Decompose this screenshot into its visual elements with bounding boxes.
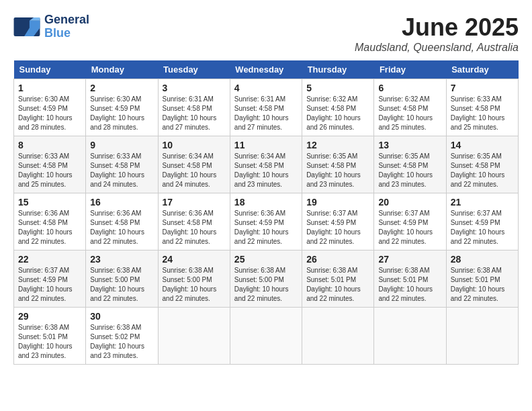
calendar-day-cell: 22Sunrise: 6:37 AM Sunset: 4:59 PM Dayli…	[14, 250, 86, 308]
header-wednesday: Wednesday	[230, 60, 302, 79]
calendar-day-cell: 25Sunrise: 6:38 AM Sunset: 5:00 PM Dayli…	[230, 250, 302, 308]
calendar-day-cell: 13Sunrise: 6:35 AM Sunset: 4:58 PM Dayli…	[374, 136, 446, 193]
calendar-day-cell: 12Sunrise: 6:35 AM Sunset: 4:58 PM Dayli…	[302, 136, 374, 193]
calendar-table: Sunday Monday Tuesday Wednesday Thursday…	[13, 60, 519, 365]
day-info: Sunrise: 6:32 AM Sunset: 4:58 PM Dayligh…	[306, 95, 369, 132]
calendar-day-cell: 8Sunrise: 6:33 AM Sunset: 4:58 PM Daylig…	[14, 136, 86, 193]
day-number: 21	[451, 197, 514, 208]
day-info: Sunrise: 6:33 AM Sunset: 4:58 PM Dayligh…	[90, 152, 153, 189]
header-thursday: Thursday	[302, 60, 374, 79]
location-subtitle: Maudsland, Queensland, Australia	[355, 42, 519, 54]
calendar-day-cell: 15Sunrise: 6:36 AM Sunset: 4:58 PM Dayli…	[14, 193, 86, 250]
calendar-day-cell: 17Sunrise: 6:36 AM Sunset: 4:58 PM Dayli…	[158, 193, 230, 250]
header-sunday: Sunday	[14, 60, 86, 79]
calendar-week-row: 1Sunrise: 6:30 AM Sunset: 4:59 PM Daylig…	[14, 79, 519, 136]
day-info: Sunrise: 6:36 AM Sunset: 4:58 PM Dayligh…	[163, 209, 226, 246]
day-number: 1	[18, 83, 81, 93]
calendar-day-cell	[302, 308, 374, 365]
calendar-day-cell: 28Sunrise: 6:38 AM Sunset: 5:01 PM Dayli…	[446, 250, 518, 308]
calendar-day-cell: 29Sunrise: 6:38 AM Sunset: 5:01 PM Dayli…	[14, 308, 86, 365]
day-number: 19	[306, 197, 369, 208]
day-info: Sunrise: 6:35 AM Sunset: 4:58 PM Dayligh…	[306, 152, 369, 189]
weekday-header-row: Sunday Monday Tuesday Wednesday Thursday…	[14, 60, 519, 79]
day-info: Sunrise: 6:31 AM Sunset: 4:58 PM Dayligh…	[234, 95, 298, 132]
logo-blue: Blue	[44, 27, 71, 40]
calendar-day-cell: 23Sunrise: 6:38 AM Sunset: 5:00 PM Dayli…	[86, 250, 158, 308]
day-number: 2	[90, 83, 153, 93]
day-info: Sunrise: 6:30 AM Sunset: 4:59 PM Dayligh…	[90, 95, 153, 132]
day-number: 16	[90, 197, 153, 208]
day-info: Sunrise: 6:37 AM Sunset: 4:59 PM Dayligh…	[306, 209, 369, 246]
day-info: Sunrise: 6:38 AM Sunset: 5:01 PM Dayligh…	[378, 266, 441, 304]
calendar-day-cell: 2Sunrise: 6:30 AM Sunset: 4:59 PM Daylig…	[86, 79, 158, 136]
day-number: 18	[234, 197, 298, 208]
day-number: 6	[378, 83, 441, 93]
page-header: General Blue June 2025 Maudsland, Queens…	[13, 13, 519, 54]
day-info: Sunrise: 6:36 AM Sunset: 4:58 PM Dayligh…	[90, 209, 153, 246]
day-number: 28	[451, 254, 514, 265]
calendar-day-cell: 18Sunrise: 6:36 AM Sunset: 4:59 PM Dayli…	[230, 193, 302, 250]
calendar-day-cell: 19Sunrise: 6:37 AM Sunset: 4:59 PM Dayli…	[302, 193, 374, 250]
calendar-day-cell: 7Sunrise: 6:33 AM Sunset: 4:58 PM Daylig…	[446, 79, 518, 136]
day-number: 7	[451, 83, 514, 93]
day-number: 9	[90, 140, 153, 150]
calendar-day-cell: 21Sunrise: 6:37 AM Sunset: 4:59 PM Dayli…	[446, 193, 518, 250]
day-number: 8	[18, 140, 81, 150]
header-friday: Friday	[374, 60, 446, 79]
day-info: Sunrise: 6:38 AM Sunset: 5:01 PM Dayligh…	[306, 266, 369, 304]
calendar-day-cell: 11Sunrise: 6:34 AM Sunset: 4:58 PM Dayli…	[230, 136, 302, 193]
calendar-week-row: 22Sunrise: 6:37 AM Sunset: 4:59 PM Dayli…	[14, 250, 519, 308]
day-info: Sunrise: 6:32 AM Sunset: 4:58 PM Dayligh…	[378, 95, 441, 132]
calendar-day-cell	[446, 308, 518, 365]
month-year-title: June 2025	[355, 13, 519, 42]
day-number: 15	[18, 197, 81, 208]
day-number: 24	[163, 254, 226, 265]
day-info: Sunrise: 6:35 AM Sunset: 4:58 PM Dayligh…	[451, 152, 514, 189]
day-number: 13	[378, 140, 441, 150]
day-info: Sunrise: 6:30 AM Sunset: 4:59 PM Dayligh…	[18, 95, 81, 132]
calendar-day-cell	[158, 308, 230, 365]
header-saturday: Saturday	[446, 60, 518, 79]
header-monday: Monday	[86, 60, 158, 79]
day-number: 20	[378, 197, 441, 208]
day-number: 30	[90, 311, 153, 322]
day-info: Sunrise: 6:37 AM Sunset: 4:59 PM Dayligh…	[378, 209, 441, 246]
day-info: Sunrise: 6:38 AM Sunset: 5:01 PM Dayligh…	[451, 266, 514, 304]
calendar-day-cell: 1Sunrise: 6:30 AM Sunset: 4:59 PM Daylig…	[14, 79, 86, 136]
day-number: 12	[306, 140, 369, 150]
day-info: Sunrise: 6:34 AM Sunset: 4:58 PM Dayligh…	[163, 152, 226, 189]
day-info: Sunrise: 6:38 AM Sunset: 5:00 PM Dayligh…	[90, 266, 153, 304]
day-info: Sunrise: 6:38 AM Sunset: 5:01 PM Dayligh…	[18, 323, 81, 361]
logo: General Blue	[13, 13, 89, 40]
day-info: Sunrise: 6:33 AM Sunset: 4:58 PM Dayligh…	[451, 95, 514, 132]
day-info: Sunrise: 6:37 AM Sunset: 4:59 PM Dayligh…	[18, 266, 81, 304]
header-tuesday: Tuesday	[158, 60, 230, 79]
calendar-day-cell: 16Sunrise: 6:36 AM Sunset: 4:58 PM Dayli…	[86, 193, 158, 250]
calendar-day-cell: 26Sunrise: 6:38 AM Sunset: 5:01 PM Dayli…	[302, 250, 374, 308]
calendar-day-cell	[230, 308, 302, 365]
day-info: Sunrise: 6:36 AM Sunset: 4:58 PM Dayligh…	[18, 209, 81, 246]
logo-general: General	[44, 13, 89, 27]
day-number: 10	[163, 140, 226, 150]
logo-text-block: General Blue	[44, 13, 89, 40]
day-number: 23	[90, 254, 153, 265]
calendar-day-cell: 24Sunrise: 6:38 AM Sunset: 5:00 PM Dayli…	[158, 250, 230, 308]
calendar-day-cell: 14Sunrise: 6:35 AM Sunset: 4:58 PM Dayli…	[446, 136, 518, 193]
calendar-week-row: 15Sunrise: 6:36 AM Sunset: 4:58 PM Dayli…	[14, 193, 519, 250]
day-number: 22	[18, 254, 81, 265]
day-info: Sunrise: 6:38 AM Sunset: 5:02 PM Dayligh…	[90, 323, 153, 361]
day-info: Sunrise: 6:34 AM Sunset: 4:58 PM Dayligh…	[234, 152, 298, 189]
title-section: June 2025 Maudsland, Queensland, Austral…	[355, 13, 519, 54]
day-info: Sunrise: 6:33 AM Sunset: 4:58 PM Dayligh…	[18, 152, 81, 189]
day-number: 29	[18, 311, 81, 322]
calendar-day-cell: 6Sunrise: 6:32 AM Sunset: 4:58 PM Daylig…	[374, 79, 446, 136]
calendar-day-cell: 30Sunrise: 6:38 AM Sunset: 5:02 PM Dayli…	[86, 308, 158, 365]
calendar-week-row: 29Sunrise: 6:38 AM Sunset: 5:01 PM Dayli…	[14, 308, 519, 365]
day-number: 4	[234, 83, 298, 93]
calendar-day-cell: 10Sunrise: 6:34 AM Sunset: 4:58 PM Dayli…	[158, 136, 230, 193]
day-info: Sunrise: 6:37 AM Sunset: 4:59 PM Dayligh…	[451, 209, 514, 246]
calendar-day-cell	[374, 308, 446, 365]
day-info: Sunrise: 6:38 AM Sunset: 5:00 PM Dayligh…	[163, 266, 226, 304]
calendar-day-cell: 5Sunrise: 6:32 AM Sunset: 4:58 PM Daylig…	[302, 79, 374, 136]
day-number: 25	[234, 254, 298, 265]
